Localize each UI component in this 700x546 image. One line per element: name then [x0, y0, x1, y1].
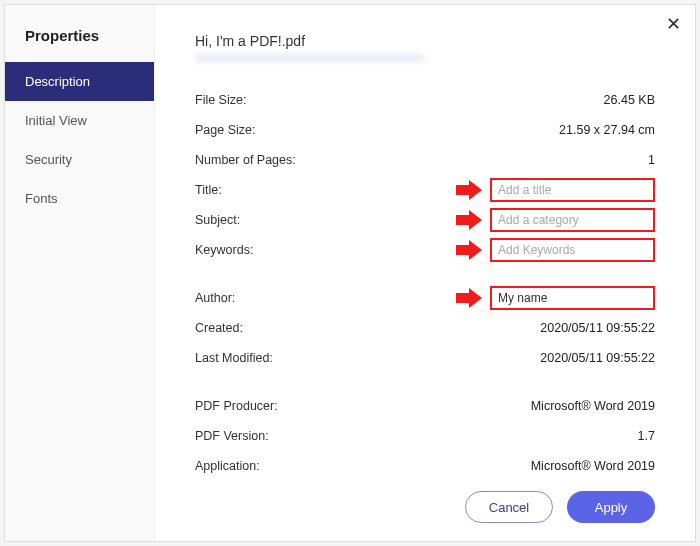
producer-label: PDF Producer: [195, 399, 375, 413]
keywords-input[interactable] [490, 238, 655, 262]
arrow-icon [456, 210, 482, 230]
dialog-footer: Cancel Apply [195, 481, 655, 523]
row-author: Author: [195, 283, 655, 313]
sidebar-item-fonts[interactable]: Fonts [5, 179, 154, 218]
author-label: Author: [195, 291, 375, 305]
row-title: Title: [195, 175, 655, 205]
arrow-icon [456, 240, 482, 260]
row-producer: PDF Producer: Microsoft® Word 2019 [195, 391, 655, 421]
apply-button[interactable]: Apply [567, 491, 655, 523]
title-input[interactable] [490, 178, 655, 202]
properties-dialog: ✕ Properties Description Initial View Se… [4, 4, 696, 542]
row-subject: Subject: [195, 205, 655, 235]
row-keywords: Keywords: [195, 235, 655, 265]
version-label: PDF Version: [195, 429, 375, 443]
producer-value: Microsoft® Word 2019 [375, 399, 655, 413]
file-size-value: 26.45 KB [375, 93, 655, 107]
author-input[interactable] [490, 286, 655, 310]
title-label: Title: [195, 183, 375, 197]
row-file-size: File Size: 26.45 KB [195, 85, 655, 115]
created-label: Created: [195, 321, 375, 335]
application-label: Application: [195, 459, 375, 473]
main-panel: Hi, I'm a PDF!.pdf File Size: 26.45 KB P… [155, 5, 695, 541]
row-version: PDF Version: 1.7 [195, 421, 655, 451]
subject-label: Subject: [195, 213, 375, 227]
property-fields: File Size: 26.45 KB Page Size: 21.59 x 2… [195, 85, 655, 481]
row-pages: Number of Pages: 1 [195, 145, 655, 175]
sidebar-title: Properties [5, 27, 154, 62]
row-created: Created: 2020/05/11 09:55:22 [195, 313, 655, 343]
row-modified: Last Modified: 2020/05/11 09:55:22 [195, 343, 655, 373]
page-size-label: Page Size: [195, 123, 375, 137]
sidebar-item-initial-view[interactable]: Initial View [5, 101, 154, 140]
sidebar: Properties Description Initial View Secu… [5, 5, 155, 541]
subject-input[interactable] [490, 208, 655, 232]
pages-value: 1 [375, 153, 655, 167]
keywords-label: Keywords: [195, 243, 375, 257]
arrow-icon [456, 180, 482, 200]
sidebar-item-description[interactable]: Description [5, 62, 154, 101]
sidebar-item-security[interactable]: Security [5, 140, 154, 179]
document-filename: Hi, I'm a PDF!.pdf [195, 33, 655, 49]
created-value: 2020/05/11 09:55:22 [375, 321, 655, 335]
file-size-label: File Size: [195, 93, 375, 107]
application-value: Microsoft® Word 2019 [375, 459, 655, 473]
cancel-button[interactable]: Cancel [465, 491, 553, 523]
page-size-value: 21.59 x 27.94 cm [375, 123, 655, 137]
modified-label: Last Modified: [195, 351, 375, 365]
document-path-redacted [195, 53, 425, 63]
modified-value: 2020/05/11 09:55:22 [375, 351, 655, 365]
arrow-icon [456, 288, 482, 308]
pages-label: Number of Pages: [195, 153, 375, 167]
version-value: 1.7 [375, 429, 655, 443]
row-page-size: Page Size: 21.59 x 27.94 cm [195, 115, 655, 145]
row-application: Application: Microsoft® Word 2019 [195, 451, 655, 481]
